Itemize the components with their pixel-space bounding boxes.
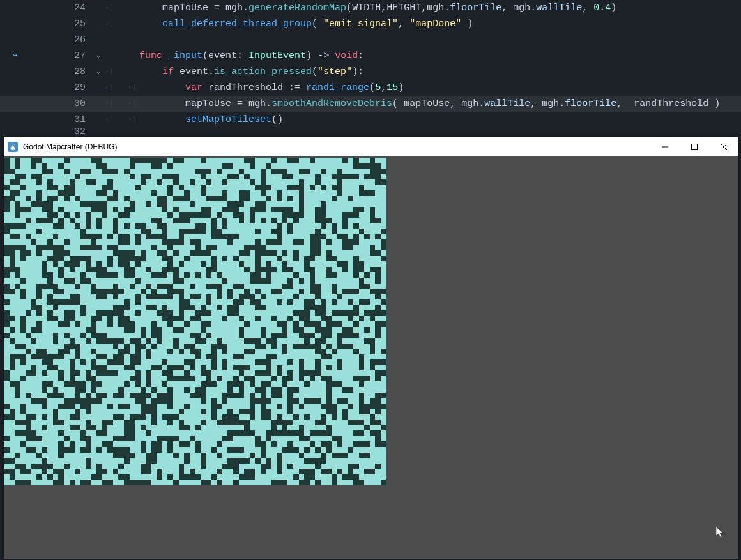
code-token: smoothAndRemoveDebris <box>271 98 392 109</box>
code-editor[interactable]: 24 ›| mapToUse = mgh.generateRandomMap(W… <box>0 0 741 135</box>
code-token: mgh <box>513 3 530 13</box>
code-token: floorTile <box>565 98 616 109</box>
code-token: , <box>616 98 634 109</box>
fold-column[interactable]: ⌄ <box>92 48 105 64</box>
code-token: call_deferred_thread_group <box>162 19 312 29</box>
chevron-down-icon: ⌄ <box>96 64 100 80</box>
code-token: ( <box>271 114 277 125</box>
code-token: , <box>530 98 542 109</box>
line-number: 32 <box>31 128 92 135</box>
line-number: 25 <box>31 16 92 32</box>
line-number: 29 <box>31 80 92 96</box>
code-line[interactable]: 32 <box>0 128 741 135</box>
close-icon <box>721 144 727 150</box>
maximize-button[interactable] <box>680 137 709 156</box>
code-line-current[interactable]: 30 ›|›| mapToUse = mgh.smoothAndRemoveDe… <box>0 96 741 112</box>
code-token: , <box>398 19 409 29</box>
code-token: ) <box>277 114 283 125</box>
minimize-icon <box>662 144 668 150</box>
code-token: randThreshold <box>634 98 708 109</box>
game-viewport[interactable] <box>4 156 738 559</box>
code-token: ( <box>392 98 404 109</box>
code-token: "emit_signal" <box>323 19 398 29</box>
code-token: . <box>530 3 536 13</box>
code-token: , <box>582 3 593 13</box>
code-token: . <box>478 98 484 109</box>
close-button[interactable] <box>709 137 738 156</box>
indent-guide: ›| <box>105 112 128 128</box>
code-token: , <box>501 3 513 13</box>
execution-pointer-icon: ↪ <box>13 48 17 64</box>
godot-icon: ◉ <box>8 142 18 152</box>
code-token: ) <box>708 98 720 109</box>
indent-guide: ›| <box>105 16 128 32</box>
indent-guide: ›| <box>128 80 151 96</box>
svg-rect-1 <box>692 144 698 150</box>
window-controls <box>650 137 738 156</box>
indent-guide: ›| <box>105 0 128 16</box>
mouse-cursor-icon <box>716 527 725 541</box>
line-number: 28 <box>31 64 92 80</box>
indent-guide: ›| <box>105 96 128 112</box>
code-token: . <box>559 98 565 109</box>
indent-guide: ›| <box>105 64 128 80</box>
code-token: wallTile <box>484 98 530 109</box>
window-titlebar[interactable]: ◉ Godot Mapcrafter (DEBUG) <box>4 137 738 156</box>
code-token: mapToUse <box>404 98 450 109</box>
gutter-icon-slot: ↪ <box>0 48 31 64</box>
code-token: "mapDone" <box>409 19 461 29</box>
code-line[interactable]: 25 ›| call_deferred_thread_group( "emit_… <box>0 16 741 32</box>
window-title: Godot Mapcrafter (DEBUG) <box>23 142 117 151</box>
fold-column[interactable]: ⌄ <box>92 64 105 80</box>
code-token: , <box>450 98 461 109</box>
code-token: mgh <box>461 98 478 109</box>
indent-guide: ›| <box>105 80 128 96</box>
code-line[interactable]: ↪ 27 ⌄ func _input(event: InputEvent) ->… <box>0 48 741 64</box>
line-number: 31 <box>31 112 92 128</box>
indent-guide: ›| <box>128 112 151 128</box>
code-token: wallTile <box>536 3 582 13</box>
code-token: mgh <box>542 98 559 109</box>
indent-guide: ›| <box>128 96 151 112</box>
line-number: 24 <box>31 0 92 16</box>
code-token: ) <box>461 19 473 29</box>
line-number: 26 <box>31 32 92 48</box>
chevron-down-icon: ⌄ <box>96 48 100 64</box>
maximize-icon <box>691 144 698 150</box>
line-number: 27 <box>31 48 92 64</box>
tilemap-render <box>4 158 386 485</box>
debug-game-window[interactable]: ◉ Godot Mapcrafter (DEBUG) <box>4 137 738 559</box>
code-token: 0.4 <box>593 3 611 13</box>
code-token: setMapToTileset <box>185 114 271 125</box>
code-token: ) <box>611 3 616 13</box>
minimize-button[interactable] <box>650 137 680 156</box>
code-token: ( <box>312 19 323 29</box>
line-number: 30 <box>31 96 92 112</box>
